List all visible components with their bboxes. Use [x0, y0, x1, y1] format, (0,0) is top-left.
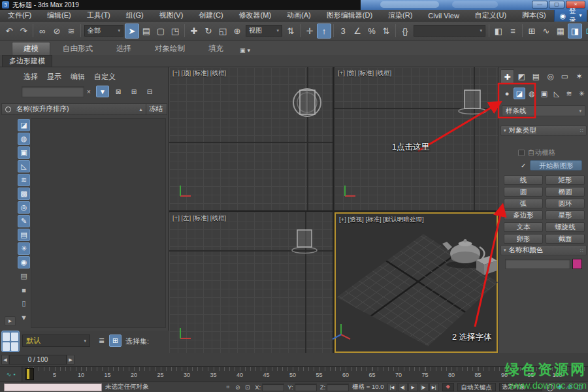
tab-display[interactable]: ▭ [558, 69, 572, 84]
use-pivot-center-icon[interactable]: ⇅ [284, 24, 298, 39]
filter-objects-icon[interactable]: ✎ [18, 215, 30, 227]
go-to-end-icon[interactable]: ▶| [429, 383, 439, 391]
coord-field-2[interactable] [327, 384, 349, 391]
isolate-selection-icon[interactable]: ⌗ [223, 383, 232, 391]
explorer-menu-3[interactable]: 自定义 [94, 72, 116, 82]
mirror-icon[interactable]: ◧ [491, 24, 506, 39]
previous-frame-arrow[interactable]: ◀ [1, 355, 9, 365]
select-and-move-icon[interactable]: ✚ [187, 24, 201, 39]
category-space-warps[interactable]: ≋ [563, 88, 575, 99]
tab-hierarchy[interactable]: ▤ [529, 69, 543, 84]
named-selection-dropdown[interactable]: ▾ [414, 25, 485, 37]
ribbon-tab-0[interactable]: 建模 [12, 42, 50, 55]
object-type-button-5[interactable]: 圆环 [546, 199, 585, 208]
rectangular-selection-icon[interactable]: ▢ [154, 24, 168, 39]
clear-search-icon[interactable]: × [87, 88, 93, 95]
shape-category-dropdown[interactable]: 样条线 ▾ [502, 105, 585, 116]
object-color-swatch[interactable] [572, 259, 582, 269]
object-type-button-3[interactable]: 椭圆 [546, 187, 585, 197]
tab-utilities[interactable]: ✶ [572, 69, 586, 84]
default-set-dropdown[interactable]: 默认 ▾ [22, 335, 90, 347]
unlink-selection-icon[interactable]: ⊘ [50, 24, 64, 39]
object-name-field[interactable] [505, 259, 570, 269]
filter-frozen-icon[interactable]: ✳ [18, 242, 30, 255]
menu-item-5[interactable]: 创建(C) [191, 10, 231, 20]
viewport-top[interactable]: [+] [顶] [标准] [线框] [169, 67, 333, 210]
pan-icon[interactable]: ✚ [555, 383, 564, 391]
explorer-menu-1[interactable]: 显示 [47, 72, 61, 82]
curves-toggle-icon[interactable]: ∿ [7, 371, 12, 378]
viewport-perspective[interactable]: [+] [透视] [标准] [默认明暗处理] [335, 212, 498, 353]
viewport-top-label[interactable]: [+] [顶] [标准] [线框] [172, 69, 226, 78]
reference-coordinate-dropdown[interactable]: 视图▾ [246, 25, 282, 37]
layer-explorer-icon[interactable]: ▦ [553, 24, 568, 39]
key-filter-icon[interactable]: ▪ [13, 371, 15, 378]
category-helpers[interactable]: ◺ [551, 88, 563, 99]
viewport-front-label[interactable]: [+] [前] [标准] [线框] [338, 69, 391, 78]
viewport-layout-button[interactable] [1, 331, 20, 352]
menu-item-8[interactable]: 图形编辑器(D) [319, 10, 380, 20]
edit-named-selection-sets-icon[interactable]: {} [398, 24, 412, 39]
select-by-name-icon[interactable]: ▤ [139, 24, 154, 39]
menu-item-9[interactable]: 渲染(R) [380, 10, 420, 20]
note-view-icon[interactable]: ▯ [18, 297, 30, 310]
polygon-modeling-panel[interactable]: 多边形建模 [2, 55, 52, 67]
next-frame-arrow[interactable]: ▶ [67, 355, 74, 365]
viewport-perspective-label[interactable]: [+] [透视] [标准] [默认明暗处理] [339, 216, 424, 224]
collapse-all-icon[interactable]: ⊟ [143, 86, 156, 97]
filter-bones-icon[interactable]: ◎ [18, 201, 30, 214]
menu-item-12[interactable]: 脚本(S) [514, 10, 554, 20]
search-input[interactable] [22, 86, 84, 97]
tab-motion[interactable]: ◎ [544, 69, 557, 84]
expand-all-icon[interactable]: ⊞ [127, 86, 140, 97]
start-new-shape-checkbox[interactable]: ✓ [521, 162, 526, 169]
curve-editor-icon[interactable]: ∿ [539, 24, 553, 39]
object-type-button-1[interactable]: 矩形 [546, 175, 585, 185]
play-icon[interactable]: ▶ [408, 383, 418, 391]
object-type-button-0[interactable]: 线 [504, 175, 543, 185]
viewport-left-label[interactable]: [+] [左] [标准] [线框] [172, 214, 226, 223]
explorer-menu-2[interactable]: 编辑 [71, 72, 85, 82]
time-ruler[interactable]: 5101520253035404550556065707580859095100 [23, 367, 588, 382]
scene-explorer-icon[interactable]: ⊞ [525, 24, 539, 39]
snaps-toggle-3d-icon[interactable]: 3 [336, 24, 350, 39]
set-key-button[interactable]: ◆ [442, 383, 454, 391]
menu-item-10[interactable]: Civil View [420, 12, 466, 20]
selection-filter-dropdown[interactable]: 全部▾ [84, 25, 123, 37]
category-lights[interactable]: ◍ [526, 88, 538, 99]
category-geometry[interactable]: ● [501, 88, 513, 99]
object-type-button-8[interactable]: 文本 [504, 222, 543, 232]
menu-item-4[interactable]: 视图(V) [152, 10, 191, 20]
absolute-mode-icon[interactable]: ⊡ [243, 383, 252, 391]
object-type-button-6[interactable]: 多边形 [504, 210, 543, 220]
object-type-button-2[interactable]: 圆 [504, 187, 543, 197]
start-new-shape-button[interactable]: 开始新图形 [530, 160, 582, 171]
key-filter-dropdown[interactable]: 选定对象 ▾ [499, 383, 542, 391]
snap-toggle-icon[interactable]: ↑ [317, 24, 331, 39]
coord-field-0[interactable] [262, 384, 284, 391]
previous-frame-icon[interactable]: ◀| [398, 383, 408, 391]
viewport-front[interactable]: [+] [前] [标准] [线框] [335, 67, 498, 210]
name-column-header[interactable]: 名称(按升序排序) [16, 105, 69, 114]
next-frame-icon[interactable]: |▶ [419, 383, 429, 391]
time-slider[interactable] [25, 368, 34, 380]
align-icon[interactable]: ≡ [506, 24, 520, 39]
frame-counter[interactable]: 0 / 100 [9, 355, 67, 365]
name-color-rollout-header[interactable]: ▾ 名称和颜色 ∷ [500, 245, 587, 255]
layer-stack-icon[interactable]: ≣ [95, 335, 108, 347]
menu-item-7[interactable]: 动画(A) [279, 10, 319, 20]
app-icon[interactable]: 3 [2, 1, 9, 8]
menu-item-6[interactable]: 修改器(M) [231, 10, 280, 20]
filter-shapes-icon[interactable]: ◪ [18, 119, 30, 131]
window-crossing-icon[interactable]: ◳ [168, 24, 182, 39]
menu-item-2[interactable]: 工具(T) [79, 10, 118, 20]
object-type-button-10[interactable]: 卵形 [504, 234, 543, 244]
filter-space-warps-icon[interactable]: ≋ [18, 174, 30, 186]
filter-lights-icon[interactable]: ◍ [18, 133, 30, 145]
explorer-menu-0[interactable]: 选择 [24, 72, 38, 82]
auto-key-button[interactable]: 自动关键点 [457, 383, 497, 391]
spinner-snap-icon[interactable]: ⇅ [379, 24, 393, 39]
object-type-button-4[interactable]: 弧 [504, 199, 543, 208]
maxscript-mini-listener[interactable] [4, 384, 102, 391]
object-type-button-7[interactable]: 星形 [546, 210, 585, 220]
